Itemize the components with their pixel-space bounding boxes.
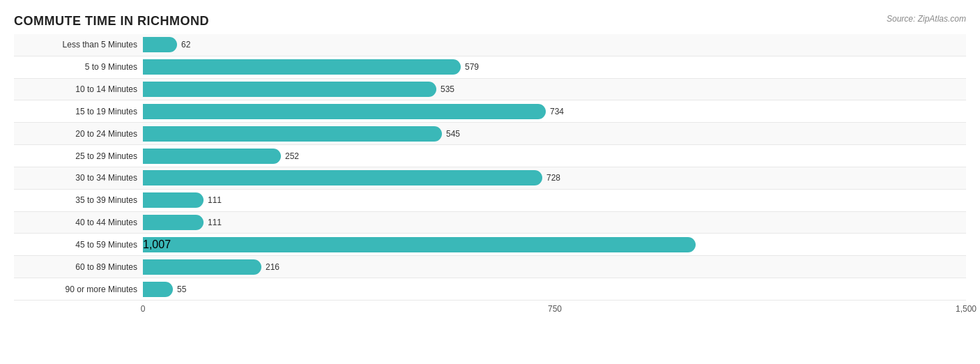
bar-value-label: 62 [181, 40, 190, 50]
bar-value-label: 734 [550, 107, 564, 116]
x-axis-tick: 750 [548, 304, 562, 314]
source-label: Source: ZipAtlas.com [887, 14, 966, 24]
bar-row: 10 to 14 Minutes535 [14, 79, 966, 101]
bar-fill: 579 [143, 59, 461, 75]
bar-row: 60 to 89 Minutes216 [14, 256, 966, 278]
bar-label: 30 to 34 Minutes [14, 173, 143, 183]
bar-label: 15 to 19 Minutes [14, 107, 143, 116]
x-axis-tick: 1,500 [956, 304, 977, 314]
bar-row: 45 to 59 Minutes1,007 [14, 234, 966, 256]
chart-title: COMMUTE TIME IN RICHMOND [14, 14, 966, 29]
bar-track: 728 [143, 167, 966, 189]
bar-value-label: 545 [446, 129, 460, 139]
bar-track: 62 [143, 34, 966, 56]
bar-row: 15 to 19 Minutes734 [14, 100, 966, 123]
bar-fill: 62 [143, 37, 177, 52]
bar-track: 216 [143, 256, 966, 278]
bar-value-label: 728 [546, 173, 560, 183]
bar-label: 10 to 14 Minutes [14, 84, 143, 94]
bar-label: 90 or more Minutes [14, 285, 143, 294]
bar-track: 55 [143, 278, 966, 300]
x-axis-tick: 0 [141, 304, 146, 314]
bar-label: Less than 5 Minutes [14, 40, 143, 50]
bar-label: 25 to 29 Minutes [14, 151, 143, 161]
bar-row: 35 to 39 Minutes111 [14, 190, 966, 212]
bar-fill: 535 [143, 82, 436, 97]
bar-fill: 111 [143, 215, 204, 230]
bar-track: 734 [143, 100, 966, 122]
bar-track: 545 [143, 123, 966, 144]
bar-label: 45 to 59 Minutes [14, 240, 143, 250]
bar-row: 40 to 44 Minutes111 [14, 212, 966, 234]
bar-fill: 1,007 [143, 237, 696, 252]
bar-track: 579 [143, 56, 966, 78]
bar-row: 25 to 29 Minutes252 [14, 145, 966, 167]
bar-row: 20 to 24 Minutes545 [14, 123, 966, 145]
bar-label: 20 to 24 Minutes [14, 129, 143, 139]
bar-value-label: 216 [266, 262, 280, 272]
bar-track: 535 [143, 79, 966, 100]
bar-label: 35 to 39 Minutes [14, 195, 143, 205]
bar-label: 5 to 9 Minutes [14, 62, 143, 72]
bar-row: Less than 5 Minutes62 [14, 34, 966, 56]
bar-value-label: 579 [465, 62, 479, 72]
bar-value-label: 111 [208, 218, 222, 227]
bar-row: 5 to 9 Minutes579 [14, 56, 966, 79]
bar-row: 30 to 34 Minutes728 [14, 167, 966, 190]
bar-track: 111 [143, 190, 966, 211]
bar-fill: 728 [143, 170, 542, 185]
bar-fill: 55 [143, 282, 173, 297]
bar-track: 1,007 [143, 234, 966, 255]
bar-value-label: 55 [177, 285, 186, 294]
bar-row: 90 or more Minutes55 [14, 278, 966, 301]
bar-value-label: 1,007 [143, 238, 171, 251]
bar-fill: 252 [143, 149, 281, 164]
bar-value-label: 535 [441, 84, 454, 94]
bar-track: 252 [143, 145, 966, 167]
bar-fill: 545 [143, 126, 442, 142]
chart-container: COMMUTE TIME IN RICHMOND Source: ZipAtla… [0, 0, 980, 364]
chart-area: Less than 5 Minutes625 to 9 Minutes57910… [14, 34, 966, 321]
bar-fill: 734 [143, 104, 546, 119]
x-axis: 07501,500 [143, 301, 966, 321]
bar-fill: 216 [143, 259, 261, 275]
bar-value-label: 252 [285, 151, 299, 161]
bar-label: 60 to 89 Minutes [14, 262, 143, 272]
bar-label: 40 to 44 Minutes [14, 218, 143, 227]
bar-track: 111 [143, 212, 966, 234]
bar-fill: 111 [143, 192, 204, 208]
bars-section: Less than 5 Minutes625 to 9 Minutes57910… [14, 34, 966, 301]
bar-value-label: 111 [208, 195, 222, 205]
